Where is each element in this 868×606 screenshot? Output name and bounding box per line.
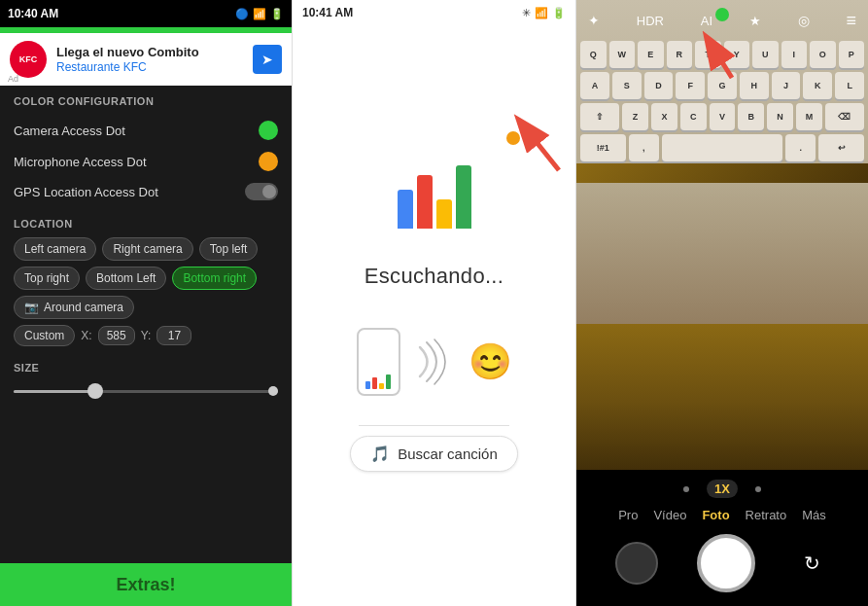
svg-line-1 (520, 122, 559, 170)
gps-dot-label: GPS Location Access Dot (14, 185, 158, 199)
key-s: S (612, 72, 642, 99)
google-bars (398, 160, 471, 229)
bars-container (398, 160, 471, 248)
red-arrow-svg (501, 102, 577, 180)
key-j: J (772, 72, 801, 99)
sound-wave-svg (415, 338, 454, 386)
mode-video[interactable]: Vídeo (653, 508, 686, 522)
loc-btn-top-left[interactable]: Top left (199, 237, 259, 261)
key-w: W (609, 41, 636, 68)
key-period: . (785, 134, 816, 161)
loc-btn-bottom-right[interactable]: Bottom right (172, 267, 257, 290)
bluetooth-icon-p2: ✳ (522, 7, 531, 19)
key-x: X (651, 103, 677, 130)
divider (359, 425, 509, 426)
color-config-section: COLOR CONFIGURATION Camera Access Dot Mi… (0, 86, 292, 212)
size-slider[interactable] (14, 381, 278, 401)
bar-yellow (436, 199, 452, 229)
status-time-p2: 10:41 AM (302, 6, 353, 19)
custom-btn[interactable]: Custom (14, 325, 75, 346)
gps-toggle[interactable] (245, 183, 278, 200)
status-bar-p2: 10:41 AM ✳ 📶 🔋 (293, 0, 575, 25)
bluetooth-icon: 🔵 (235, 8, 249, 20)
flip-camera-btn[interactable]: ↻ (794, 546, 829, 581)
x-label: X: (81, 329, 91, 342)
key-num: !#1 (580, 134, 626, 161)
loc-btn-around-camera[interactable]: 📷 Around camera (14, 296, 134, 319)
pm-bar-y (379, 383, 384, 389)
key-b: B (738, 103, 764, 130)
assistant-content: Escuchando... 😊 (330, 25, 538, 606)
bar-blue (398, 190, 413, 229)
loc-btn-top-right[interactable]: Top right (14, 267, 80, 290)
red-arrow-cam-container (664, 19, 742, 91)
extras-label: Extras! (116, 575, 175, 595)
mic-dot-row[interactable]: Microphone Access Dot (14, 146, 278, 177)
loc-btn-bottom-left[interactable]: Bottom Left (86, 267, 166, 290)
key-a: A (580, 72, 609, 99)
bar-green (456, 165, 471, 229)
key-n: N (767, 103, 793, 130)
hdr-btn[interactable]: HDR (637, 14, 664, 28)
color-config-label: COLOR CONFIGURATION (14, 95, 278, 107)
location-section: LOCATION Left camera Right camera Top le… (0, 212, 292, 352)
mode-mas[interactable]: Más (802, 508, 826, 522)
thumbnail-btn[interactable] (615, 542, 658, 585)
mode-retrato[interactable]: Retrato (746, 508, 787, 522)
key-h: H (740, 72, 769, 99)
camera-dot-row[interactable]: Camera Access Dot (14, 115, 278, 146)
mic-dot-indicator (259, 152, 278, 171)
phone-mini-icon (357, 328, 400, 396)
key-z: Z (622, 103, 648, 130)
battery-icon: 🔋 (270, 8, 284, 20)
face-icon: 😊 (469, 341, 512, 382)
mode-foto[interactable]: Foto (702, 508, 729, 522)
sound-waves (415, 338, 454, 386)
flash-icon[interactable]: ✦ (588, 13, 600, 28)
kfc-logo: KFC (10, 41, 47, 78)
key-space (662, 134, 782, 161)
custom-coords-row: Custom X: 585 Y: 17 (14, 325, 278, 346)
loc-btn-right-camera[interactable]: Right camera (102, 237, 192, 261)
camera-dot-label: Camera Access Dot (14, 124, 125, 138)
mic-dot-label: Microphone Access Dot (14, 155, 147, 169)
status-bar-p1: 10:40 AM 🔵 📶 🔋 (0, 0, 292, 27)
extras-bar[interactable]: Extras! (0, 563, 292, 606)
key-p: P (839, 41, 865, 68)
x-value[interactable]: 585 (98, 326, 135, 345)
kfc-logo-text: KFC (19, 55, 38, 64)
star-btn[interactable]: ★ (749, 14, 761, 28)
slider-track (14, 390, 278, 393)
loc-btn-left-camera[interactable]: Left camera (14, 237, 96, 261)
key-k: K (803, 72, 832, 99)
y-value[interactable]: 17 (156, 326, 191, 345)
size-section: SIZE (0, 352, 292, 407)
mode-row: Pro Vídeo Foto Retrato Más (576, 502, 868, 526)
location-buttons: Left camera Right camera Top left Top ri… (14, 237, 278, 319)
focus-icon[interactable]: ◎ (798, 13, 810, 28)
size-label: SIZE (14, 362, 278, 374)
shutter-btn[interactable] (697, 534, 755, 592)
zoom-dot-left (683, 486, 689, 492)
slider-thumb[interactable] (87, 383, 103, 399)
key-comma: , (629, 134, 659, 161)
gps-dot-row[interactable]: GPS Location Access Dot (14, 177, 278, 206)
menu-icon[interactable]: ≡ (846, 11, 856, 31)
slider-thumb-end (268, 386, 278, 396)
mode-pro[interactable]: Pro (618, 508, 638, 522)
ad-nav-icon[interactable]: ➤ (253, 45, 282, 74)
panel-assistant: 10:41 AM ✳ 📶 🔋 (292, 0, 576, 606)
pm-bar-r (372, 377, 377, 389)
camera-dot-indicator (259, 121, 278, 140)
key-shift: ⇧ (580, 103, 619, 130)
key-l: L (835, 72, 864, 99)
location-label: LOCATION (14, 218, 278, 230)
ad-text-block: Llega el nuevo Combito Restaurante KFC (56, 45, 243, 74)
bar-red (417, 175, 433, 229)
red-arrow-cam-svg (664, 19, 742, 88)
zoom-value[interactable]: 1X (707, 480, 738, 498)
escuchando-text: Escuchando... (365, 264, 503, 289)
ad-banner[interactable]: KFC Llega el nuevo Combito Restaurante K… (0, 33, 292, 86)
zoom-row: 1X (576, 476, 868, 502)
buscar-button[interactable]: 🎵 Buscar canción (350, 436, 518, 472)
